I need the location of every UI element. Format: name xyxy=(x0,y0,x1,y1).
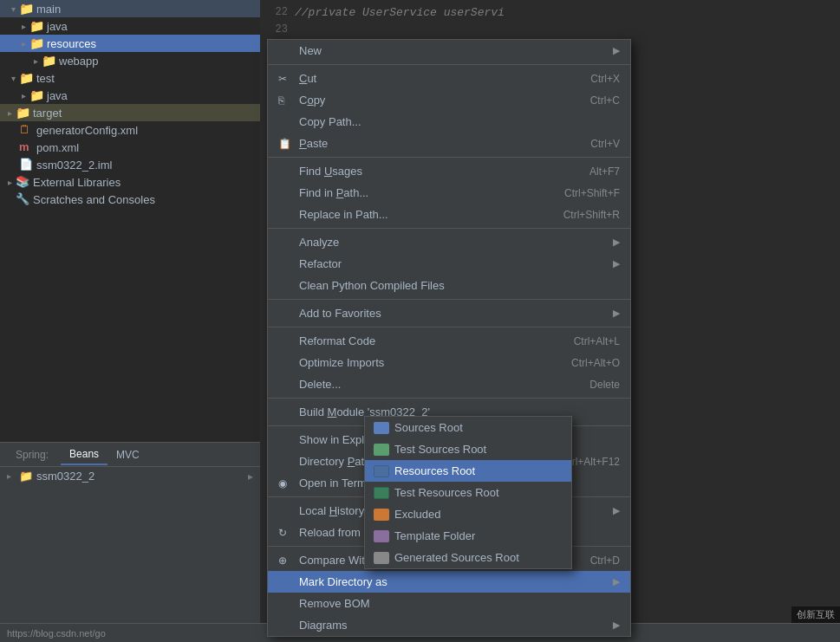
watermark-text: 创新互联 xyxy=(797,609,835,619)
submenu-markdiras: Sources Root Test Sources Root Resources… xyxy=(364,416,572,569)
tree-label-java2: java xyxy=(47,89,68,102)
menu-label-addtofav: Add to Favorites xyxy=(299,307,609,320)
submenu-label-generatedsourcesroot: Generated Sources Root xyxy=(394,551,519,564)
menu-item-new[interactable]: New ▶ xyxy=(268,40,630,62)
menu-label-new: New xyxy=(299,44,609,57)
line-num-23: 23 xyxy=(260,23,295,36)
submenu-item-sourcesroot[interactable]: Sources Root xyxy=(365,417,571,438)
tree-item-generatorconfig[interactable]: ▸ 🗒 generatorConfig.xml xyxy=(0,121,260,139)
sep1 xyxy=(268,64,630,65)
tree-label-resources: resources xyxy=(47,37,96,50)
status-text: https://blog.csdn.net/go xyxy=(7,628,106,639)
sources-root-icon xyxy=(374,422,389,434)
tree-label-target: target xyxy=(33,107,62,120)
tree-item-main[interactable]: ▾ 📁 main xyxy=(0,0,260,17)
menu-item-copy[interactable]: ⎘ Copy Ctrl+C xyxy=(268,89,630,111)
tree-item-target[interactable]: ▸ 📁 target xyxy=(0,104,260,121)
arrow-genconfig: ▸ xyxy=(7,126,19,135)
arrow-extlib: ▸ xyxy=(3,178,16,187)
file-icon-iml: 📄 xyxy=(19,158,33,172)
menu-label-removebom: Remove BOM xyxy=(299,597,620,610)
folder-icon-webapp: 📁 xyxy=(42,54,55,68)
tree-item-java[interactable]: ▸ 📁 java xyxy=(0,17,260,35)
code-line-23: 23 xyxy=(260,21,840,38)
menu-arrow-refactor: ▶ xyxy=(613,258,620,269)
scratch-icon: 🔧 xyxy=(16,192,29,206)
menu-arrow-localhistory: ▶ xyxy=(613,505,620,516)
test-resources-root-icon xyxy=(374,487,389,499)
menu-item-analyze[interactable]: Analyze ▶ xyxy=(268,231,630,253)
bottom-panel: Spring: Beans MVC ▸ 📁 ssm0322_2 ▸ xyxy=(0,442,260,642)
submenu-item-testresourcesroot[interactable]: Test Resources Root xyxy=(365,482,571,503)
menu-arrow-diagrams: ▶ xyxy=(613,619,620,631)
menu-label-diagrams: Diagrams xyxy=(299,619,609,632)
menu-item-reformat[interactable]: Reformat Code Ctrl+Alt+L xyxy=(268,330,630,352)
menu-item-cut[interactable]: ✂ Cut Ctrl+X xyxy=(268,68,630,89)
tree-item-resources[interactable]: ▸ 📁 resources xyxy=(0,35,260,52)
sep3 xyxy=(268,228,630,229)
menu-shortcut-optimize: Ctrl+Alt+O xyxy=(571,357,620,369)
tree-label-main: main xyxy=(36,3,61,16)
submenu-item-testsourcesroot[interactable]: Test Sources Root xyxy=(365,438,571,460)
menu-item-findusages[interactable]: Find Usages Alt+F7 xyxy=(268,160,630,182)
tree-item-webapp[interactable]: ▸ 📁 webapp xyxy=(0,52,260,69)
menu-label-optimize: Optimize Imports xyxy=(299,356,554,369)
submenu-item-resourcesroot[interactable]: Resources Root xyxy=(365,460,571,482)
menu-label-markdiras: Mark Directory as xyxy=(299,575,609,588)
menu-item-delete[interactable]: Delete... Delete xyxy=(268,373,630,395)
menu-icon-openinterm: ◉ xyxy=(278,477,296,490)
tree-label-iml: ssm0322_2.iml xyxy=(36,159,112,172)
menu-shortcut-paste: Ctrl+V xyxy=(590,138,620,150)
tree-label-test: test xyxy=(36,72,55,85)
tree-item-iml[interactable]: ▸ 📄 ssm0322_2.iml xyxy=(0,156,260,173)
tab-beans[interactable]: Beans xyxy=(61,444,107,465)
arrow-target: ▸ xyxy=(3,108,16,118)
tree-item-java2[interactable]: ▸ 📁 java xyxy=(0,87,260,104)
tree-item-extlib[interactable]: ▸ 📚 External Libraries xyxy=(0,173,260,191)
bottom-tree-ssm[interactable]: ▸ 📁 ssm0322_2 ▸ xyxy=(0,467,260,485)
excluded-icon xyxy=(374,509,389,521)
folder-icon-java2: 📁 xyxy=(29,88,43,102)
sep2 xyxy=(268,157,630,158)
submenu-label-resourcesroot: Resources Root xyxy=(394,464,475,477)
menu-item-paste[interactable]: 📋 Paste Ctrl+V xyxy=(268,133,630,154)
menu-icon-cut: ✂ xyxy=(278,73,296,85)
expand-icon-ssm: ▸ xyxy=(7,471,19,481)
menu-shortcut-findusages: Alt+F7 xyxy=(589,165,620,178)
arrow-test: ▾ xyxy=(7,74,19,83)
menu-item-optimize[interactable]: Optimize Imports Ctrl+Alt+O xyxy=(268,352,630,373)
submenu-label-testsourcesroot: Test Sources Root xyxy=(394,443,486,456)
menu-item-markdiras[interactable]: Mark Directory as ▶ xyxy=(268,571,630,593)
menu-item-cleanpython[interactable]: Clean Python Compiled Files xyxy=(268,275,630,296)
menu-label-cleanpython: Clean Python Compiled Files xyxy=(299,279,620,292)
menu-shortcut-cut: Ctrl+X xyxy=(590,73,620,85)
folder-icon-main: 📁 xyxy=(19,2,33,16)
menu-item-removebom[interactable]: Remove BOM xyxy=(268,593,630,614)
arrow-webapp: ▸ xyxy=(29,56,42,66)
tree-item-scratch[interactable]: ▸ 🔧 Scratches and Consoles xyxy=(0,191,260,208)
submenu-label-testresourcesroot: Test Resources Root xyxy=(394,486,499,499)
menu-item-diagrams[interactable]: Diagrams ▶ xyxy=(268,614,630,636)
menu-label-analyze: Analyze xyxy=(299,236,609,249)
tree-item-test[interactable]: ▾ 📁 test xyxy=(0,69,260,87)
menu-item-replaceinpath[interactable]: Replace in Path... Ctrl+Shift+R xyxy=(268,204,630,225)
tree-label-scratch: Scratches and Consoles xyxy=(33,193,155,206)
submenu-item-generatedsourcesroot[interactable]: Generated Sources Root xyxy=(365,547,571,568)
tab-mvc[interactable]: MVC xyxy=(107,445,148,464)
menu-label-delete: Delete... xyxy=(299,378,572,391)
menu-item-copypath[interactable]: Copy Path... xyxy=(268,111,630,133)
tree-item-pom[interactable]: ▸ m pom.xml xyxy=(0,139,260,156)
submenu-item-excluded[interactable]: Excluded xyxy=(365,503,571,525)
menu-item-refactor[interactable]: Refactor ▶ xyxy=(268,253,630,275)
ssm-label: ssm0322_2 xyxy=(36,470,94,483)
folder-icon-java: 📁 xyxy=(29,19,43,33)
submenu-item-templatefolder[interactable]: Template Folder xyxy=(365,525,571,547)
file-icon-pom: m xyxy=(19,140,33,154)
sep5 xyxy=(268,327,630,327)
resources-root-icon xyxy=(374,465,389,477)
arrow-java: ▸ xyxy=(17,22,29,31)
bottom-tabs: Spring: Beans MVC xyxy=(0,443,260,467)
menu-item-findinpath[interactable]: Find in Path... Ctrl+Shift+F xyxy=(268,182,630,204)
menu-label-refactor: Refactor xyxy=(299,257,609,270)
menu-item-addtofav[interactable]: Add to Favorites ▶ xyxy=(268,302,630,324)
